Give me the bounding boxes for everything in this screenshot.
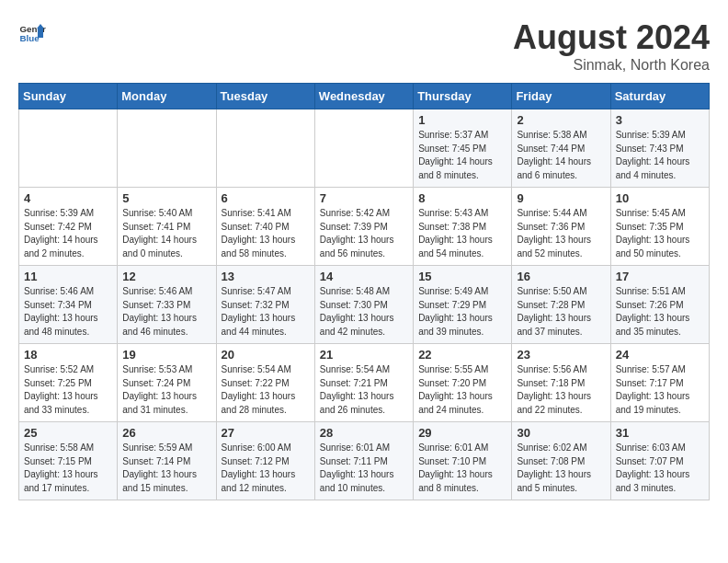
calendar-cell (19, 109, 118, 188)
day-number: 27 (222, 426, 310, 440)
calendar-cell: 28Sunrise: 6:01 AM Sunset: 7:11 PM Dayli… (314, 422, 413, 500)
calendar-cell: 4Sunrise: 5:39 AM Sunset: 7:42 PM Daylig… (19, 188, 118, 266)
calendar-cell: 15Sunrise: 5:49 AM Sunset: 7:29 PM Dayli… (414, 266, 512, 344)
calendar-cell: 24Sunrise: 5:57 AM Sunset: 7:17 PM Dayli… (610, 344, 709, 422)
day-number: 5 (122, 191, 210, 205)
day-info: Sunrise: 5:39 AM Sunset: 7:43 PM Dayligh… (616, 129, 704, 182)
logo: General Blue (18, 18, 46, 46)
day-number: 26 (122, 426, 210, 440)
day-info: Sunrise: 5:45 AM Sunset: 7:35 PM Dayligh… (616, 207, 704, 260)
calendar-cell: 21Sunrise: 5:54 AM Sunset: 7:21 PM Dayli… (314, 344, 413, 422)
calendar-cell: 18Sunrise: 5:52 AM Sunset: 7:25 PM Dayli… (19, 344, 118, 422)
day-info: Sunrise: 6:02 AM Sunset: 7:08 PM Dayligh… (517, 442, 605, 495)
day-info: Sunrise: 6:00 AM Sunset: 7:12 PM Dayligh… (222, 442, 310, 495)
day-info: Sunrise: 5:41 AM Sunset: 7:40 PM Dayligh… (222, 207, 310, 260)
day-info: Sunrise: 6:03 AM Sunset: 7:07 PM Dayligh… (616, 442, 704, 495)
calendar-cell (216, 109, 314, 188)
calendar-cell: 2Sunrise: 5:38 AM Sunset: 7:44 PM Daylig… (512, 109, 610, 188)
calendar-cell: 31Sunrise: 6:03 AM Sunset: 7:07 PM Dayli… (610, 422, 709, 500)
calendar-cell: 14Sunrise: 5:48 AM Sunset: 7:30 PM Dayli… (314, 266, 413, 344)
day-number: 24 (616, 348, 704, 362)
day-number: 3 (616, 113, 704, 127)
calendar-cell: 17Sunrise: 5:51 AM Sunset: 7:26 PM Dayli… (610, 266, 709, 344)
calendar-cell: 25Sunrise: 5:58 AM Sunset: 7:15 PM Dayli… (19, 422, 118, 500)
day-number: 4 (24, 191, 112, 205)
day-info: Sunrise: 5:58 AM Sunset: 7:15 PM Dayligh… (24, 442, 112, 495)
day-info: Sunrise: 5:39 AM Sunset: 7:42 PM Dayligh… (24, 207, 112, 260)
calendar-cell: 23Sunrise: 5:56 AM Sunset: 7:18 PM Dayli… (512, 344, 610, 422)
day-info: Sunrise: 5:44 AM Sunset: 7:36 PM Dayligh… (517, 207, 605, 260)
day-number: 30 (517, 426, 605, 440)
location-subtitle: Sinmak, North Korea (513, 57, 710, 74)
day-number: 12 (122, 270, 210, 283)
day-info: Sunrise: 5:55 AM Sunset: 7:20 PM Dayligh… (418, 363, 506, 417)
weekday-header-row: SundayMondayTuesdayWednesdayThursdayFrid… (19, 84, 710, 109)
calendar-cell: 29Sunrise: 6:01 AM Sunset: 7:10 PM Dayli… (414, 422, 512, 500)
day-info: Sunrise: 5:46 AM Sunset: 7:33 PM Dayligh… (122, 285, 210, 339)
day-info: Sunrise: 5:53 AM Sunset: 7:24 PM Dayligh… (122, 363, 210, 417)
day-info: Sunrise: 5:56 AM Sunset: 7:18 PM Dayligh… (517, 363, 605, 417)
day-number: 8 (418, 191, 506, 205)
title-area: August 2024 Sinmak, North Korea (513, 18, 710, 74)
day-number: 16 (517, 270, 605, 283)
calendar-cell: 16Sunrise: 5:50 AM Sunset: 7:28 PM Dayli… (512, 266, 610, 344)
calendar-week-row: 11Sunrise: 5:46 AM Sunset: 7:34 PM Dayli… (19, 266, 710, 344)
day-info: Sunrise: 5:50 AM Sunset: 7:28 PM Dayligh… (517, 285, 605, 339)
calendar-cell: 20Sunrise: 5:54 AM Sunset: 7:22 PM Dayli… (216, 344, 314, 422)
calendar-cell (314, 109, 413, 188)
day-info: Sunrise: 6:01 AM Sunset: 7:10 PM Dayligh… (418, 442, 506, 495)
weekday-header-thursday: Thursday (414, 84, 512, 109)
svg-text:Blue: Blue (20, 33, 40, 43)
day-info: Sunrise: 5:46 AM Sunset: 7:34 PM Dayligh… (24, 285, 112, 339)
day-number: 9 (517, 191, 605, 205)
day-number: 1 (418, 113, 506, 127)
day-number: 17 (616, 270, 704, 283)
calendar-cell: 7Sunrise: 5:42 AM Sunset: 7:39 PM Daylig… (314, 188, 413, 266)
day-info: Sunrise: 5:54 AM Sunset: 7:21 PM Dayligh… (320, 363, 408, 417)
weekday-header-monday: Monday (118, 84, 216, 109)
calendar-cell (118, 109, 216, 188)
weekday-header-tuesday: Tuesday (216, 84, 314, 109)
day-number: 19 (122, 348, 210, 362)
day-info: Sunrise: 5:40 AM Sunset: 7:41 PM Dayligh… (122, 207, 210, 260)
calendar-cell: 26Sunrise: 5:59 AM Sunset: 7:14 PM Dayli… (118, 422, 216, 500)
day-number: 20 (222, 348, 310, 362)
day-number: 11 (24, 270, 112, 283)
calendar-week-row: 25Sunrise: 5:58 AM Sunset: 7:15 PM Dayli… (19, 422, 710, 500)
calendar-table: SundayMondayTuesdayWednesdayThursdayFrid… (18, 83, 710, 500)
calendar-week-row: 1Sunrise: 5:37 AM Sunset: 7:45 PM Daylig… (19, 109, 710, 188)
day-number: 2 (517, 113, 605, 127)
day-info: Sunrise: 5:43 AM Sunset: 7:38 PM Dayligh… (418, 207, 506, 260)
day-info: Sunrise: 5:54 AM Sunset: 7:22 PM Dayligh… (222, 363, 310, 417)
calendar-cell: 9Sunrise: 5:44 AM Sunset: 7:36 PM Daylig… (512, 188, 610, 266)
calendar-cell: 11Sunrise: 5:46 AM Sunset: 7:34 PM Dayli… (19, 266, 118, 344)
calendar-cell: 13Sunrise: 5:47 AM Sunset: 7:32 PM Dayli… (216, 266, 314, 344)
day-number: 21 (320, 348, 408, 362)
weekday-header-sunday: Sunday (19, 84, 118, 109)
calendar-cell: 27Sunrise: 6:00 AM Sunset: 7:12 PM Dayli… (216, 422, 314, 500)
logo-icon: General Blue (18, 18, 46, 46)
day-number: 13 (222, 270, 310, 283)
day-number: 31 (616, 426, 704, 440)
calendar-cell: 22Sunrise: 5:55 AM Sunset: 7:20 PM Dayli… (414, 344, 512, 422)
day-info: Sunrise: 5:52 AM Sunset: 7:25 PM Dayligh… (24, 363, 112, 417)
day-number: 7 (320, 191, 408, 205)
weekday-header-saturday: Saturday (610, 84, 709, 109)
day-number: 29 (418, 426, 506, 440)
calendar-cell: 19Sunrise: 5:53 AM Sunset: 7:24 PM Dayli… (118, 344, 216, 422)
weekday-header-wednesday: Wednesday (314, 84, 413, 109)
day-info: Sunrise: 5:51 AM Sunset: 7:26 PM Dayligh… (616, 285, 704, 339)
day-number: 23 (517, 348, 605, 362)
page-header: General Blue August 2024 Sinmak, North K… (18, 18, 710, 74)
day-number: 15 (418, 270, 506, 283)
day-number: 18 (24, 348, 112, 362)
day-number: 14 (320, 270, 408, 283)
calendar-cell: 12Sunrise: 5:46 AM Sunset: 7:33 PM Dayli… (118, 266, 216, 344)
calendar-cell: 6Sunrise: 5:41 AM Sunset: 7:40 PM Daylig… (216, 188, 314, 266)
calendar-body: 1Sunrise: 5:37 AM Sunset: 7:45 PM Daylig… (19, 109, 710, 500)
calendar-cell: 1Sunrise: 5:37 AM Sunset: 7:45 PM Daylig… (414, 109, 512, 188)
weekday-header-friday: Friday (512, 84, 610, 109)
day-info: Sunrise: 5:48 AM Sunset: 7:30 PM Dayligh… (320, 285, 408, 339)
calendar-cell: 5Sunrise: 5:40 AM Sunset: 7:41 PM Daylig… (118, 188, 216, 266)
day-info: Sunrise: 5:57 AM Sunset: 7:17 PM Dayligh… (616, 363, 704, 417)
